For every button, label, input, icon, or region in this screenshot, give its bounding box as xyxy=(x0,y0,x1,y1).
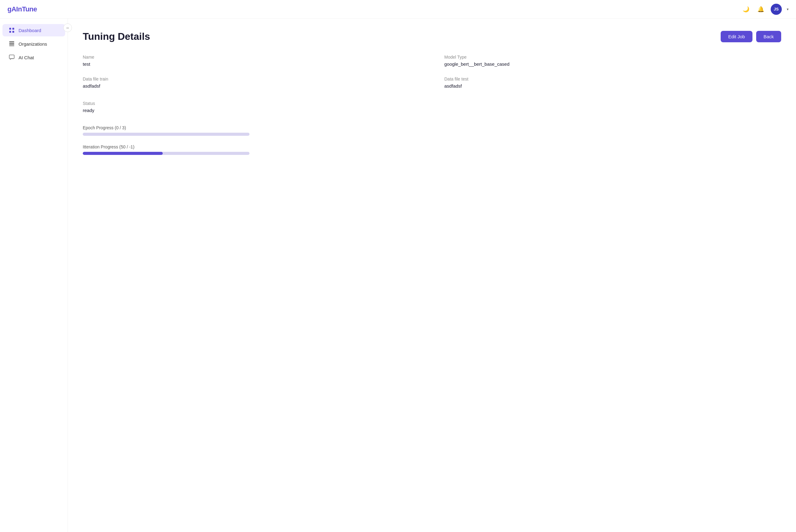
dashboard-icon xyxy=(8,27,15,33)
iteration-progress-label: Itteration Progress (50 / -1) xyxy=(83,145,781,149)
sidebar-item-dashboard-label: Dashboard xyxy=(19,28,41,33)
back-button[interactable]: Back xyxy=(756,31,781,42)
page-header: Tuning Details Edit Job Back xyxy=(83,31,781,42)
theme-toggle-icon[interactable]: 🌙 xyxy=(741,4,751,14)
status-value: ready xyxy=(83,108,781,113)
header-right: 🌙 🔔 JS ▾ xyxy=(741,4,789,15)
svg-rect-8 xyxy=(9,55,14,59)
app-logo: gAInTune xyxy=(7,5,37,13)
ai-chat-icon xyxy=(8,54,15,60)
status-field: Status ready xyxy=(83,101,781,113)
edit-job-button[interactable]: Edit Job xyxy=(721,31,752,42)
iteration-progress-item: Itteration Progress (50 / -1) xyxy=(83,145,781,155)
iteration-progress-bar-fill xyxy=(83,152,163,155)
name-label: Name xyxy=(83,55,420,60)
sidebar-item-ai-chat-label: AI Chat xyxy=(19,55,34,60)
data-file-test-field: Data file test asdfadsf xyxy=(444,77,781,89)
notifications-icon[interactable]: 🔔 xyxy=(756,4,766,14)
data-file-test-value: asdfadsf xyxy=(444,83,781,89)
svg-rect-3 xyxy=(12,31,14,33)
data-file-train-field: Data file train asdfadsf xyxy=(83,77,420,89)
progress-section: Epoch Progress (0 / 3) Itteration Progre… xyxy=(83,125,781,155)
sidebar-toggle-button[interactable]: ‹› xyxy=(63,23,72,32)
page-title: Tuning Details xyxy=(83,31,150,42)
status-label: Status xyxy=(83,101,781,106)
details-grid: Name test Model Type google_bert__bert_b… xyxy=(83,55,781,89)
sidebar-item-organizations-label: Organizations xyxy=(19,41,47,46)
epoch-progress-label: Epoch Progress (0 / 3) xyxy=(83,125,781,130)
status-section: Status ready xyxy=(83,101,781,113)
epoch-progress-item: Epoch Progress (0 / 3) xyxy=(83,125,781,136)
organizations-icon xyxy=(8,41,15,47)
data-file-test-label: Data file test xyxy=(444,77,781,81)
top-header: gAInTune 🌙 🔔 JS ▾ xyxy=(0,0,796,19)
name-value: test xyxy=(83,61,420,66)
avatar-caret-icon[interactable]: ▾ xyxy=(787,7,789,12)
sidebar-item-dashboard[interactable]: Dashboard xyxy=(2,24,65,36)
sidebar-item-organizations[interactable]: Organizations xyxy=(2,38,65,50)
model-type-value: google_bert__bert_base_cased xyxy=(444,61,781,66)
svg-rect-2 xyxy=(9,31,11,33)
page-header-buttons: Edit Job Back xyxy=(721,31,781,42)
svg-rect-6 xyxy=(9,44,14,45)
main-content: Tuning Details Edit Job Back Name test M… xyxy=(68,19,796,532)
svg-rect-1 xyxy=(12,28,14,30)
name-field: Name test xyxy=(83,55,420,66)
sidebar-item-ai-chat[interactable]: AI Chat xyxy=(2,51,65,63)
iteration-progress-bar-bg xyxy=(83,152,249,155)
main-layout: ‹› Dashboard Organi xyxy=(0,19,796,532)
data-file-train-label: Data file train xyxy=(83,77,420,81)
svg-rect-4 xyxy=(9,41,14,42)
svg-rect-0 xyxy=(9,28,11,30)
svg-rect-5 xyxy=(9,43,14,44)
epoch-progress-bar-bg xyxy=(83,133,249,136)
model-type-label: Model Type xyxy=(444,55,781,60)
data-file-train-value: asdfadsf xyxy=(83,83,420,89)
avatar[interactable]: JS xyxy=(771,4,782,15)
sidebar: ‹› Dashboard Organi xyxy=(0,19,68,532)
model-type-field: Model Type google_bert__bert_base_cased xyxy=(444,55,781,66)
